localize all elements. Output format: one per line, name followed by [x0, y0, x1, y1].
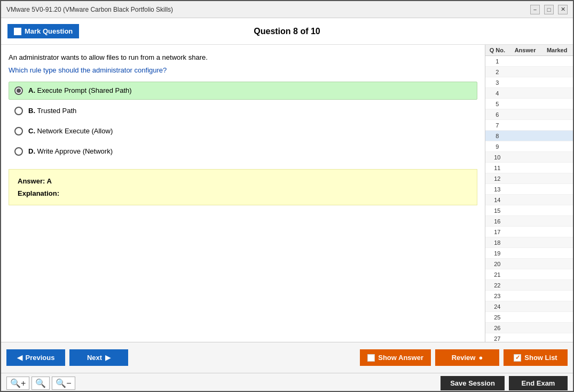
question-list-body[interactable]: 1234567891011121314151617181920212223242…: [485, 56, 573, 342]
qlist-row[interactable]: 21: [485, 269, 573, 280]
qlist-cell-no: 15: [485, 207, 509, 214]
next-button[interactable]: Next ▶: [69, 349, 128, 366]
qlist-cell-no: 13: [485, 186, 509, 193]
qlist-row[interactable]: 1: [485, 56, 573, 67]
option-radio-b: [14, 107, 23, 115]
mark-icon: [14, 28, 21, 35]
show-answer-label: Show Answer: [378, 354, 423, 362]
qlist-row[interactable]: 24: [485, 301, 573, 312]
answer-box: Answer: A Explanation:: [9, 169, 477, 205]
zoom-out-button[interactable]: 🔍−: [52, 377, 75, 390]
question-text: An administrator wants to allow files to…: [9, 52, 477, 63]
qlist-row[interactable]: 6: [485, 109, 573, 120]
show-list-label: Show List: [524, 354, 557, 362]
option-row-c[interactable]: C. Network Execute (Allow): [9, 122, 477, 140]
qlist-row[interactable]: 16: [485, 216, 573, 227]
qlist-cell-no: 12: [485, 175, 509, 182]
bottom-toolbar: ◀ Previous Next ▶ Show Answer Review ● ✓…: [1, 342, 573, 373]
option-label-a: A. Execute Prompt (Shared Path): [28, 86, 132, 94]
show-answer-button[interactable]: Show Answer: [360, 349, 431, 366]
qlist-cell-no: 10: [485, 154, 509, 161]
qno-header: Q No.: [485, 47, 509, 53]
qlist-cell-no: 2: [485, 69, 509, 75]
qlist-cell-no: 3: [485, 79, 509, 86]
qlist-cell-no: 16: [485, 218, 509, 225]
previous-label: Previous: [26, 354, 55, 362]
review-button[interactable]: Review ●: [435, 349, 499, 366]
header-row: Mark Question Question 8 of 10: [1, 18, 573, 45]
options-list: A. Execute Prompt (Shared Path)B. Truste…: [9, 82, 477, 163]
previous-button[interactable]: ◀ Previous: [6, 349, 65, 366]
maximize-button[interactable]: □: [544, 5, 554, 14]
qlist-row[interactable]: 3: [485, 77, 573, 88]
option-radio-d: [14, 147, 23, 156]
close-button[interactable]: ✕: [558, 5, 568, 14]
qlist-row[interactable]: 2: [485, 67, 573, 77]
title-bar: VMware 5V0-91.20 (VMware Carbon Black Po…: [1, 1, 573, 18]
qlist-cell-no: 21: [485, 271, 509, 278]
qlist-row[interactable]: 5: [485, 99, 573, 109]
option-row-d[interactable]: D. Write Approve (Network): [9, 142, 477, 161]
qlist-cell-no: 27: [485, 335, 509, 342]
qlist-row[interactable]: 27: [485, 333, 573, 342]
save-session-button[interactable]: Save Session: [441, 376, 505, 390]
qlist-row[interactable]: 8: [485, 131, 573, 141]
minimize-button[interactable]: −: [530, 5, 540, 14]
qlist-cell-no: 25: [485, 314, 509, 321]
qlist-cell-no: 19: [485, 250, 509, 257]
zoom-controls: 🔍+ 🔍 🔍−: [6, 377, 75, 390]
option-row-a[interactable]: A. Execute Prompt (Shared Path): [9, 82, 477, 100]
qlist-cell-no: 22: [485, 282, 509, 289]
option-row-b[interactable]: B. Trusted Path: [9, 102, 477, 120]
next-label: Next: [87, 354, 102, 362]
explanation-line: Explanation:: [18, 189, 468, 197]
qlist-row[interactable]: 20: [485, 259, 573, 269]
qlist-cell-no: 26: [485, 325, 509, 331]
qlist-cell-no: 17: [485, 229, 509, 235]
qlist-cell-no: 4: [485, 90, 509, 97]
qlist-row[interactable]: 12: [485, 173, 573, 184]
footer-row: 🔍+ 🔍 🔍− Save Session End Exam: [1, 373, 573, 392]
qlist-row[interactable]: 22: [485, 280, 573, 291]
qlist-row[interactable]: 10: [485, 152, 573, 163]
qlist-row[interactable]: 14: [485, 195, 573, 205]
qlist-row[interactable]: 13: [485, 184, 573, 195]
mark-question-button[interactable]: Mark Question: [7, 24, 79, 38]
sub-question: Which rule type should the administrator…: [9, 66, 477, 74]
option-label-b: B. Trusted Path: [28, 107, 76, 115]
qlist-row[interactable]: 9: [485, 141, 573, 152]
answer-line: Answer: A: [18, 177, 468, 185]
title-bar-title: VMware 5V0-91.20 (VMware Carbon Black Po…: [6, 6, 173, 13]
qlist-cell-no: 23: [485, 293, 509, 299]
qlist-cell-no: 1: [485, 58, 509, 65]
qlist-cell-no: 14: [485, 197, 509, 203]
qlist-row[interactable]: 26: [485, 323, 573, 333]
qlist-cell-no: 11: [485, 165, 509, 171]
qlist-cell-no: 24: [485, 303, 509, 310]
review-label: Review: [452, 354, 476, 362]
mark-question-label: Mark Question: [25, 27, 73, 35]
right-panel: Q No. Answer Marked 12345678910111213141…: [485, 45, 573, 342]
zoom-in-button[interactable]: 🔍+: [6, 377, 29, 390]
option-radio-a: [14, 86, 23, 95]
show-list-button[interactable]: ✓ Show List: [504, 349, 568, 366]
qlist-row[interactable]: 15: [485, 205, 573, 216]
qlist-cell-no: 8: [485, 133, 509, 139]
zoom-normal-button[interactable]: 🔍: [32, 377, 50, 390]
qlist-row[interactable]: 18: [485, 237, 573, 248]
window-controls: − □ ✕: [530, 5, 568, 14]
qlist-cell-no: 18: [485, 239, 509, 246]
qlist-row[interactable]: 17: [485, 227, 573, 237]
qlist-row[interactable]: 4: [485, 88, 573, 99]
qlist-row[interactable]: 19: [485, 248, 573, 259]
qlist-row[interactable]: 23: [485, 291, 573, 301]
qlist-row[interactable]: 11: [485, 163, 573, 173]
end-exam-button[interactable]: End Exam: [509, 376, 568, 390]
qlist-cell-no: 9: [485, 143, 509, 150]
next-arrow-icon: ▶: [105, 354, 111, 362]
marked-header: Marked: [541, 47, 573, 53]
session-end-buttons: Save Session End Exam: [441, 376, 568, 390]
review-dot: ●: [478, 354, 483, 362]
qlist-row[interactable]: 7: [485, 120, 573, 131]
qlist-row[interactable]: 25: [485, 312, 573, 323]
